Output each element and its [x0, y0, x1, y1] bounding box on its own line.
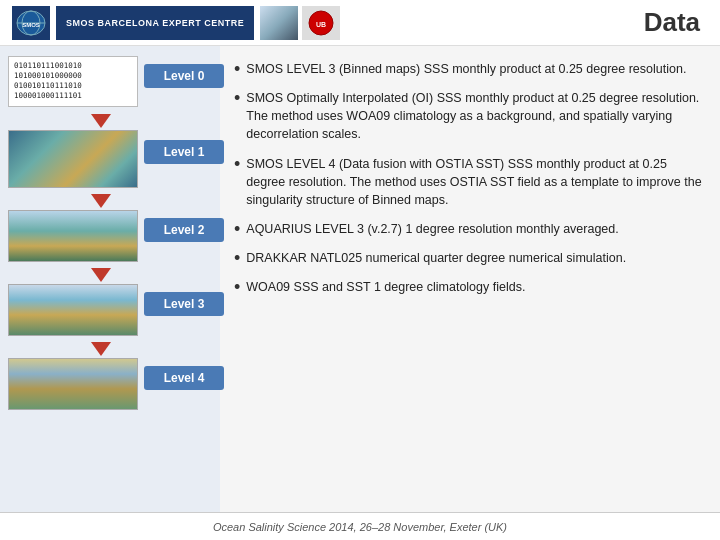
header-images: UB [260, 6, 340, 40]
svg-text:UB: UB [316, 21, 326, 28]
level-0-button[interactable]: Level 0 [144, 64, 224, 88]
binary-line-2: 101000101000000 [14, 71, 132, 81]
level-4-button[interactable]: Level 4 [144, 366, 224, 390]
footer-text: Ocean Salinity Science 2014, 26–28 Novem… [213, 521, 507, 533]
bullet-dot-6: • [234, 278, 240, 296]
bullet-text-3: SMOS LEVEL 4 (Data fusion with OSTIA SST… [246, 155, 702, 209]
ub-logo-icon: UB [307, 9, 335, 37]
arrow-0-1 [91, 114, 111, 128]
header-img-1 [260, 6, 298, 40]
level-3-button[interactable]: Level 3 [144, 292, 224, 316]
bullet-dot-4: • [234, 220, 240, 238]
bullet-item-4: • AQUARIUS LEVEL 3 (v.2.7) 1 degree reso… [234, 220, 702, 238]
logo-box: SMOS [12, 6, 50, 40]
bullet-item-6: • WOA09 SSS and SST 1 degree climatology… [234, 278, 702, 296]
arrow-2-3 [91, 268, 111, 282]
binary-text: 010110111001010 101000101000000 01001011… [8, 56, 138, 107]
header: SMOS SMOS BARCELONA EXPERT CENTRE UB Dat… [0, 0, 720, 46]
footer: Ocean Salinity Science 2014, 26–28 Novem… [0, 512, 720, 540]
bullet-text-4: AQUARIUS LEVEL 3 (v.2.7) 1 degree resolu… [246, 220, 618, 238]
page-title: Data [644, 7, 708, 38]
smos-logo-icon: SMOS [15, 9, 47, 37]
bullet-item-2: • SMOS Optimally Interpolated (OI) SSS m… [234, 89, 702, 143]
header-banner: SMOS BARCELONA EXPERT CENTRE [56, 6, 254, 40]
bullet-text-2: SMOS Optimally Interpolated (OI) SSS mon… [246, 89, 702, 143]
bullet-text-5: DRAKKAR NATL025 numerical quarter degree… [246, 249, 626, 267]
bullet-item-5: • DRAKKAR NATL025 numerical quarter degr… [234, 249, 702, 267]
bullet-item-3: • SMOS LEVEL 4 (Data fusion with OSTIA S… [234, 155, 702, 209]
arrow-3-4 [91, 342, 111, 356]
bullet-dot-3: • [234, 155, 240, 173]
bullet-dot-1: • [234, 60, 240, 78]
level-2-button[interactable]: Level 2 [144, 218, 224, 242]
right-panel: • SMOS LEVEL 3 (Binned maps) SSS monthly… [220, 46, 720, 512]
binary-line-4: 100001000111101 [14, 91, 132, 101]
bullet-dot-5: • [234, 249, 240, 267]
banner-text: SMOS BARCELONA EXPERT CENTRE [66, 18, 244, 28]
bullet-item-1: • SMOS LEVEL 3 (Binned maps) SSS monthly… [234, 60, 702, 78]
map-level-2 [8, 210, 138, 262]
header-img-2: UB [302, 6, 340, 40]
arrow-1-2 [91, 194, 111, 208]
bullet-text-1: SMOS LEVEL 3 (Binned maps) SSS monthly p… [246, 60, 686, 78]
map-level-4 [8, 358, 138, 410]
svg-text:SMOS: SMOS [22, 22, 40, 28]
map-level-3 [8, 284, 138, 336]
map-level-1 [8, 130, 138, 188]
left-panel: 010110111001010 101000101000000 01001011… [0, 46, 220, 512]
binary-line-1: 010110111001010 [14, 61, 132, 71]
main-content: 010110111001010 101000101000000 01001011… [0, 46, 720, 512]
header-logo: SMOS SMOS BARCELONA EXPERT CENTRE UB [12, 6, 340, 40]
bullet-dot-2: • [234, 89, 240, 107]
level-1-button[interactable]: Level 1 [144, 140, 224, 164]
binary-line-3: 010010110111010 [14, 81, 132, 91]
bullet-text-6: WOA09 SSS and SST 1 degree climatology f… [246, 278, 525, 296]
